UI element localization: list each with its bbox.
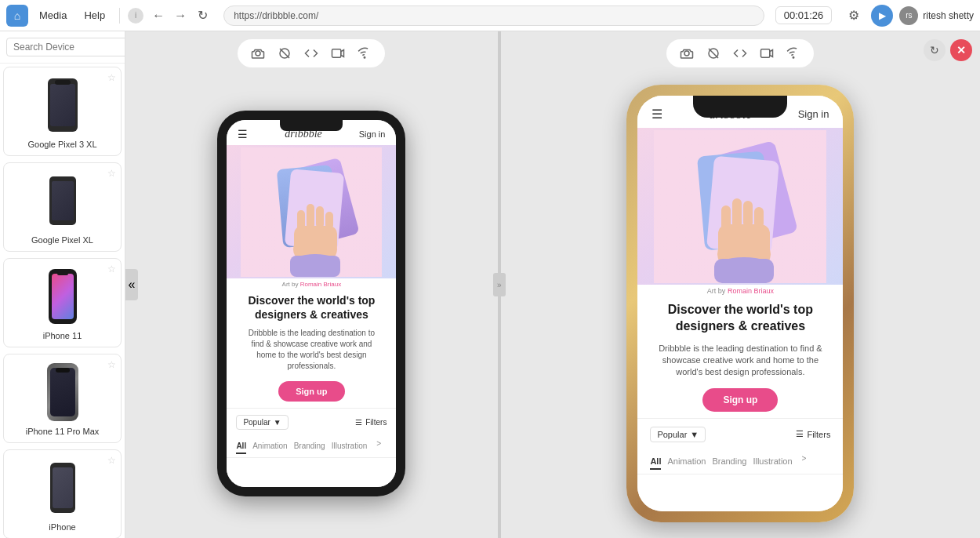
tab-animation-right[interactable]: Animation bbox=[667, 454, 706, 470]
left-preview-panel: « bbox=[125, 31, 498, 538]
video-icon[interactable] bbox=[757, 44, 776, 63]
svg-rect-21 bbox=[761, 49, 770, 58]
home-button[interactable]: ⌂ bbox=[6, 5, 28, 27]
notch bbox=[693, 96, 787, 118]
list-item[interactable]: ☆ Google Pixel 3 XL bbox=[3, 67, 122, 156]
device-name: iPhone 11 Pro Max bbox=[10, 427, 114, 436]
star-icon[interactable]: ☆ bbox=[107, 359, 116, 370]
popular-dropdown[interactable]: Popular ▼ bbox=[236, 415, 288, 430]
tab-all-right[interactable]: All bbox=[650, 454, 661, 470]
star-icon[interactable]: ☆ bbox=[107, 455, 116, 466]
tab-all[interactable]: All bbox=[236, 439, 246, 454]
camera-icon[interactable] bbox=[677, 44, 696, 63]
notch bbox=[280, 120, 343, 131]
code-icon[interactable] bbox=[731, 44, 750, 63]
svg-rect-35 bbox=[714, 259, 774, 283]
artist-link-right[interactable]: Romain Briaux bbox=[728, 287, 774, 295]
svg-rect-32 bbox=[743, 201, 753, 227]
address-bar[interactable]: https://dribbble.com/ bbox=[223, 5, 764, 26]
help-menu[interactable]: Help bbox=[78, 6, 111, 24]
record-button[interactable]: ▶ bbox=[871, 5, 893, 27]
svg-point-0 bbox=[256, 51, 260, 56]
user-info[interactable]: rs ritesh shetty bbox=[899, 6, 974, 25]
device-thumb bbox=[10, 456, 114, 519]
phone-screen: ☰ dribbble Sign in bbox=[227, 120, 396, 487]
media-menu[interactable]: Media bbox=[33, 6, 73, 24]
forward-button[interactable]: → bbox=[170, 5, 191, 26]
tabs-more-icon[interactable]: > bbox=[376, 439, 381, 454]
svg-point-5 bbox=[365, 57, 366, 59]
svg-marker-4 bbox=[341, 50, 344, 57]
star-icon[interactable]: ☆ bbox=[107, 168, 116, 179]
phone-screen: ☰ dribbble Sign in bbox=[637, 96, 843, 511]
dribbble-headline: Discover the world's top designers & cre… bbox=[227, 290, 396, 325]
star-icon[interactable]: ☆ bbox=[107, 72, 116, 83]
device-thumb bbox=[10, 169, 114, 232]
tab-animation[interactable]: Animation bbox=[252, 439, 287, 454]
code-icon[interactable] bbox=[302, 44, 321, 63]
right-phone-frame: ☰ dribbble Sign in bbox=[509, 77, 972, 530]
tab-illustration-right[interactable]: Illustration bbox=[753, 454, 792, 470]
svg-rect-13 bbox=[307, 204, 314, 229]
iphone11-frame: ☰ dribbble Sign in bbox=[217, 111, 405, 496]
collapse-left-button[interactable]: « bbox=[125, 269, 138, 300]
list-item[interactable]: ☆ iPhone bbox=[3, 449, 122, 538]
signin-link[interactable]: Sign in bbox=[798, 108, 829, 120]
touch-icon[interactable] bbox=[704, 44, 723, 63]
back-button[interactable]: ← bbox=[148, 5, 169, 26]
signup-button[interactable]: Sign up bbox=[278, 381, 344, 402]
search-input[interactable] bbox=[6, 38, 125, 56]
hamburger-icon[interactable]: ☰ bbox=[652, 107, 662, 122]
dribbble-content-right: ☰ dribbble Sign in bbox=[637, 96, 843, 511]
refresh-button[interactable]: ↻ bbox=[924, 39, 946, 61]
list-item[interactable]: ☆ iPhone 11 Pro Max bbox=[3, 354, 122, 443]
artist-link[interactable]: Romain Briaux bbox=[300, 281, 341, 288]
device-name: Google Pixel XL bbox=[10, 235, 114, 245]
username: ritesh shetty bbox=[923, 10, 974, 21]
close-button[interactable]: ✕ bbox=[950, 39, 972, 61]
reload-button[interactable]: ↻ bbox=[192, 5, 212, 26]
filters-bar-right: Popular ▼ ☰ Filters bbox=[637, 418, 843, 450]
svg-rect-33 bbox=[754, 207, 764, 228]
tab-illustration[interactable]: Illustration bbox=[332, 439, 368, 454]
signup-button-right[interactable]: Sign up bbox=[702, 388, 778, 412]
dribbble-subtext: Dribbble is the leading destination to f… bbox=[227, 325, 396, 375]
signin-link[interactable]: Sign in bbox=[359, 129, 386, 139]
tab-branding-right[interactable]: Branding bbox=[712, 454, 746, 470]
filters-button-right[interactable]: ☰ Filters bbox=[796, 429, 830, 439]
wifi-icon[interactable] bbox=[784, 44, 803, 63]
svg-rect-17 bbox=[290, 256, 340, 277]
svg-rect-31 bbox=[732, 198, 742, 228]
iphone11promax-frame: ☰ dribbble Sign in bbox=[626, 85, 854, 522]
list-item[interactable]: ☆ Google Pixel XL bbox=[3, 162, 122, 252]
star-icon[interactable]: ☆ bbox=[107, 264, 116, 274]
right-panel-toolbar bbox=[666, 39, 814, 67]
camera-icon[interactable] bbox=[249, 44, 267, 63]
sidebar: « ☆ Google Pixel 3 XL ☆ bbox=[0, 31, 125, 538]
popular-dropdown-right[interactable]: Popular ▼ bbox=[650, 427, 706, 442]
search-box: « bbox=[0, 31, 125, 64]
svg-marker-22 bbox=[770, 50, 773, 57]
timer: 00:01:26 bbox=[775, 6, 833, 24]
svg-rect-14 bbox=[316, 206, 324, 228]
svg-point-18 bbox=[684, 51, 689, 56]
video-icon[interactable] bbox=[328, 44, 347, 63]
right-preview-panel: ↻ ✕ bbox=[501, 31, 980, 538]
touch-icon[interactable] bbox=[275, 44, 294, 63]
tabs-more-icon-right[interactable]: > bbox=[802, 454, 807, 470]
device-thumb bbox=[10, 361, 114, 423]
category-tabs: All Animation Branding Illustration > bbox=[227, 436, 396, 458]
wifi-icon[interactable] bbox=[355, 44, 374, 63]
svg-rect-12 bbox=[297, 210, 305, 232]
tab-branding[interactable]: Branding bbox=[294, 439, 325, 454]
list-item[interactable]: ☆ iPhone 11 bbox=[3, 258, 122, 347]
svg-rect-30 bbox=[721, 205, 731, 231]
settings-button[interactable]: ⚙ bbox=[843, 5, 865, 27]
filters-button[interactable]: ☰ Filters bbox=[355, 418, 387, 427]
dribbble-headline-right: Discover the world's top designers & cre… bbox=[637, 297, 843, 340]
hero-image-right bbox=[637, 128, 843, 285]
art-credit-right: Art by Romain Briaux bbox=[637, 285, 843, 297]
hamburger-icon[interactable]: ☰ bbox=[238, 128, 248, 140]
dribbble-content: ☰ dribbble Sign in bbox=[227, 120, 396, 487]
top-bar-right: ⚙ ▶ rs ritesh shetty bbox=[843, 5, 974, 27]
